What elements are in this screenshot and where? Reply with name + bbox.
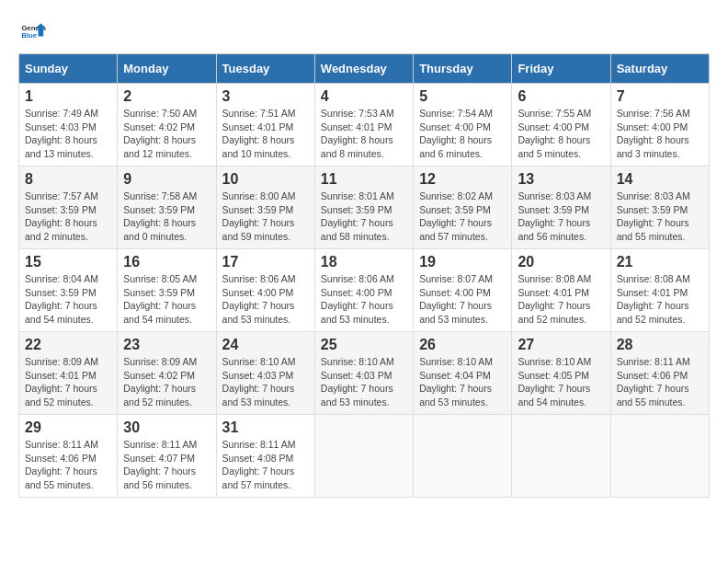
empty-cell	[414, 415, 512, 498]
day-cell-31: 31Sunrise: 8:11 AM Sunset: 4:08 PM Dayli…	[216, 415, 314, 498]
day-number: 21	[617, 254, 703, 270]
day-cell-9: 9Sunrise: 7:58 AM Sunset: 3:59 PM Daylig…	[118, 167, 216, 249]
day-cell-26: 26Sunrise: 8:10 AM Sunset: 4:04 PM Dayli…	[414, 332, 512, 415]
day-cell-2: 2Sunrise: 7:50 AM Sunset: 4:02 PM Daylig…	[118, 84, 216, 167]
days-header-row: SundayMondayTuesdayWednesdayThursdayFrid…	[19, 54, 710, 84]
day-cell-6: 6Sunrise: 7:55 AM Sunset: 4:00 PM Daylig…	[512, 84, 610, 167]
day-number: 4	[321, 88, 407, 105]
day-cell-28: 28Sunrise: 8:11 AM Sunset: 4:06 PM Dayli…	[610, 332, 709, 415]
day-number: 1	[25, 88, 111, 105]
day-info: Sunrise: 8:09 AM Sunset: 4:01 PM Dayligh…	[25, 355, 111, 409]
day-number: 26	[419, 337, 506, 353]
day-info: Sunrise: 7:58 AM Sunset: 3:59 PM Dayligh…	[123, 190, 210, 244]
day-info: Sunrise: 8:06 AM Sunset: 4:00 PM Dayligh…	[321, 272, 407, 327]
day-number: 16	[123, 254, 210, 270]
day-info: Sunrise: 7:51 AM Sunset: 4:01 PM Dayligh…	[222, 107, 309, 161]
day-info: Sunrise: 8:10 AM Sunset: 4:05 PM Dayligh…	[518, 355, 604, 409]
day-info: Sunrise: 8:06 AM Sunset: 4:00 PM Dayligh…	[222, 272, 309, 327]
day-info: Sunrise: 7:57 AM Sunset: 3:59 PM Dayligh…	[25, 190, 111, 244]
day-cell-21: 21Sunrise: 8:08 AM Sunset: 4:01 PM Dayli…	[610, 249, 709, 332]
day-number: 17	[222, 254, 309, 270]
day-cell-8: 8Sunrise: 7:57 AM Sunset: 3:59 PM Daylig…	[19, 167, 118, 249]
day-info: Sunrise: 8:07 AM Sunset: 4:00 PM Dayligh…	[419, 272, 506, 327]
empty-cell	[314, 415, 413, 498]
day-cell-15: 15Sunrise: 8:04 AM Sunset: 3:59 PM Dayli…	[19, 249, 118, 332]
day-number: 11	[321, 171, 407, 188]
day-info: Sunrise: 7:49 AM Sunset: 4:03 PM Dayligh…	[25, 107, 111, 161]
day-cell-30: 30Sunrise: 8:11 AM Sunset: 4:07 PM Dayli…	[118, 415, 216, 498]
day-info: Sunrise: 8:11 AM Sunset: 4:06 PM Dayligh…	[617, 355, 703, 409]
day-number: 29	[25, 419, 111, 436]
empty-cell	[512, 415, 610, 498]
day-info: Sunrise: 8:11 AM Sunset: 4:07 PM Dayligh…	[123, 438, 210, 492]
day-number: 10	[222, 171, 309, 188]
header-day-sunday: Sunday	[19, 54, 118, 84]
day-info: Sunrise: 7:54 AM Sunset: 4:00 PM Dayligh…	[419, 107, 506, 161]
day-number: 27	[518, 337, 604, 353]
day-info: Sunrise: 7:55 AM Sunset: 4:00 PM Dayligh…	[518, 107, 604, 161]
day-info: Sunrise: 7:50 AM Sunset: 4:02 PM Dayligh…	[123, 107, 210, 161]
day-cell-18: 18Sunrise: 8:06 AM Sunset: 4:00 PM Dayli…	[314, 249, 413, 332]
day-number: 9	[123, 171, 210, 188]
day-cell-1: 1Sunrise: 7:49 AM Sunset: 4:03 PM Daylig…	[19, 84, 118, 167]
day-number: 5	[419, 88, 506, 105]
day-cell-22: 22Sunrise: 8:09 AM Sunset: 4:01 PM Dayli…	[19, 332, 118, 415]
day-number: 13	[518, 171, 604, 188]
day-number: 6	[518, 88, 604, 105]
day-cell-19: 19Sunrise: 8:07 AM Sunset: 4:00 PM Dayli…	[414, 249, 512, 332]
svg-text:Blue: Blue	[21, 31, 37, 40]
day-number: 28	[617, 337, 703, 353]
day-info: Sunrise: 8:02 AM Sunset: 3:59 PM Dayligh…	[419, 190, 506, 244]
day-cell-12: 12Sunrise: 8:02 AM Sunset: 3:59 PM Dayli…	[414, 167, 512, 249]
day-number: 8	[25, 171, 111, 188]
logo-icon: General Blue	[20, 18, 46, 44]
logo: General Blue	[18, 18, 46, 44]
day-number: 25	[321, 337, 407, 353]
day-number: 15	[25, 254, 111, 270]
day-cell-10: 10Sunrise: 8:00 AM Sunset: 3:59 PM Dayli…	[216, 167, 314, 249]
day-cell-11: 11Sunrise: 8:01 AM Sunset: 3:59 PM Dayli…	[314, 167, 413, 249]
week-row-1: 1Sunrise: 7:49 AM Sunset: 4:03 PM Daylig…	[19, 84, 710, 167]
header-day-saturday: Saturday	[610, 54, 709, 84]
day-info: Sunrise: 8:08 AM Sunset: 4:01 PM Dayligh…	[518, 272, 604, 327]
week-row-3: 15Sunrise: 8:04 AM Sunset: 3:59 PM Dayli…	[19, 249, 710, 332]
header-day-thursday: Thursday	[414, 54, 512, 84]
day-info: Sunrise: 7:56 AM Sunset: 4:00 PM Dayligh…	[617, 107, 703, 161]
header-day-wednesday: Wednesday	[314, 54, 413, 84]
day-info: Sunrise: 8:01 AM Sunset: 3:59 PM Dayligh…	[321, 190, 407, 244]
day-number: 22	[25, 337, 111, 353]
day-info: Sunrise: 8:05 AM Sunset: 3:59 PM Dayligh…	[123, 272, 210, 327]
day-cell-27: 27Sunrise: 8:10 AM Sunset: 4:05 PM Dayli…	[512, 332, 610, 415]
day-cell-17: 17Sunrise: 8:06 AM Sunset: 4:00 PM Dayli…	[216, 249, 314, 332]
day-number: 19	[419, 254, 506, 270]
day-cell-20: 20Sunrise: 8:08 AM Sunset: 4:01 PM Dayli…	[512, 249, 610, 332]
week-row-5: 29Sunrise: 8:11 AM Sunset: 4:06 PM Dayli…	[19, 415, 710, 498]
day-info: Sunrise: 8:10 AM Sunset: 4:03 PM Dayligh…	[222, 355, 309, 409]
day-info: Sunrise: 8:08 AM Sunset: 4:01 PM Dayligh…	[617, 272, 703, 327]
day-info: Sunrise: 8:11 AM Sunset: 4:06 PM Dayligh…	[25, 438, 111, 492]
day-info: Sunrise: 8:00 AM Sunset: 3:59 PM Dayligh…	[222, 190, 309, 244]
day-number: 24	[222, 337, 309, 353]
day-number: 14	[617, 171, 703, 188]
day-cell-13: 13Sunrise: 8:03 AM Sunset: 3:59 PM Dayli…	[512, 167, 610, 249]
day-cell-14: 14Sunrise: 8:03 AM Sunset: 3:59 PM Dayli…	[610, 167, 709, 249]
day-cell-16: 16Sunrise: 8:05 AM Sunset: 3:59 PM Dayli…	[118, 249, 216, 332]
day-info: Sunrise: 8:11 AM Sunset: 4:08 PM Dayligh…	[222, 438, 309, 492]
day-cell-23: 23Sunrise: 8:09 AM Sunset: 4:02 PM Dayli…	[118, 332, 216, 415]
day-info: Sunrise: 8:03 AM Sunset: 3:59 PM Dayligh…	[518, 190, 604, 244]
header-day-monday: Monday	[118, 54, 216, 84]
day-info: Sunrise: 8:04 AM Sunset: 3:59 PM Dayligh…	[25, 272, 111, 327]
day-info: Sunrise: 8:03 AM Sunset: 3:59 PM Dayligh…	[617, 190, 703, 244]
header-day-friday: Friday	[512, 54, 610, 84]
day-number: 18	[321, 254, 407, 270]
day-number: 7	[617, 88, 703, 105]
day-number: 23	[123, 337, 210, 353]
day-number: 30	[123, 419, 210, 436]
day-cell-24: 24Sunrise: 8:10 AM Sunset: 4:03 PM Dayli…	[216, 332, 314, 415]
day-cell-25: 25Sunrise: 8:10 AM Sunset: 4:03 PM Dayli…	[314, 332, 413, 415]
week-row-4: 22Sunrise: 8:09 AM Sunset: 4:01 PM Dayli…	[19, 332, 710, 415]
week-row-2: 8Sunrise: 7:57 AM Sunset: 3:59 PM Daylig…	[19, 167, 710, 249]
day-number: 12	[419, 171, 506, 188]
day-info: Sunrise: 8:09 AM Sunset: 4:02 PM Dayligh…	[123, 355, 210, 409]
day-cell-7: 7Sunrise: 7:56 AM Sunset: 4:00 PM Daylig…	[610, 84, 709, 167]
